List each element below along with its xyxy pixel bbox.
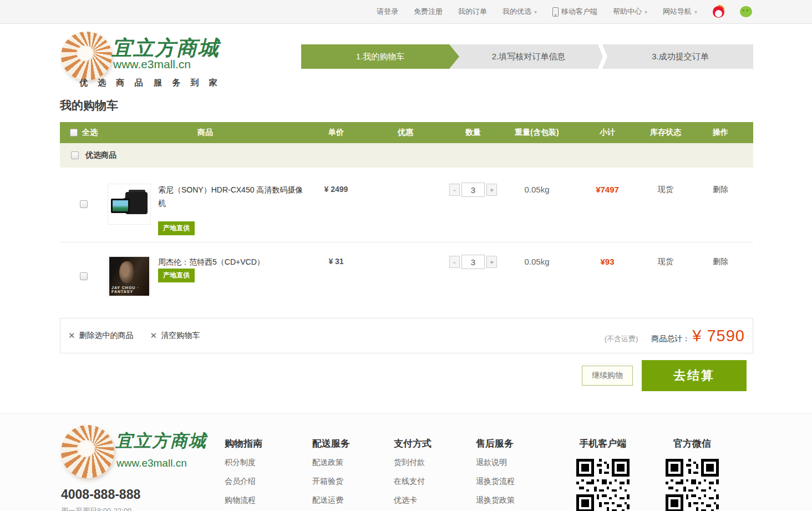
wechat-icon[interactable] — [740, 6, 752, 17]
continue-shopping-button[interactable]: 继续购物 — [582, 366, 633, 386]
top-nav-bar: 请登录 免费注册 我的订单 我的优选 ▾ 移动客户端 帮助中心 ▾ 网站导航 ▾ — [0, 0, 812, 24]
help-center-label: 帮助中心 — [613, 7, 642, 17]
select-all-checkbox[interactable] — [70, 129, 78, 136]
weibo-logo — [713, 6, 724, 18]
qr-code-official-wechat — [666, 459, 719, 511]
footer-column-title: 购物指南 — [225, 437, 262, 450]
origin-badge: 产地直供 — [158, 269, 195, 282]
unit-price: ¥ 31 — [304, 257, 368, 266]
header-weight: 重量(含包装) — [504, 122, 570, 143]
clear-cart-button[interactable]: ✕ 清空购物车 — [150, 331, 200, 341]
footer-link[interactable]: 优选卡 — [394, 495, 432, 505]
cart-item-row: 索尼（SONY）HDR-CX450 高清数码摄像机 产地直供 ¥ 2499 - … — [60, 177, 753, 242]
slogan-left: 优 选 商 品 — [79, 78, 147, 88]
my-picks-menu[interactable]: 我的优选 ▾ — [503, 7, 537, 17]
step-cart-label: 1.我的购物车 — [356, 52, 405, 62]
header-product: 商品 — [168, 122, 242, 143]
help-center-menu[interactable]: 帮助中心 ▾ — [613, 7, 647, 17]
cart-item-row: JAY CHOU · FANTASY 周杰伦：范特西5（CD+VCD） 产地直供… — [60, 249, 753, 315]
mobile-client-label: 移动客户端 — [561, 7, 597, 17]
footer-column-title: 支付方式 — [394, 437, 432, 450]
footer-link[interactable]: 货到付款 — [394, 458, 432, 468]
product-title[interactable]: 索尼（SONY）HDR-CX450 高清数码摄像机 — [158, 183, 303, 210]
x-icon: ✕ — [68, 331, 75, 341]
chevron-down-icon: ▾ — [644, 9, 647, 15]
footer-brand-name: 宜立方商城 — [115, 429, 207, 453]
cart-summary-bar: ✕ 删除选中的商品 ✕ 清空购物车 (不含运费) 商品总计： ¥ 7590 — [60, 318, 753, 353]
header-discount: 优惠 — [368, 122, 443, 143]
header-quantity: 数量 — [443, 122, 504, 143]
my-picks-label: 我的优选 — [503, 7, 531, 17]
login-link[interactable]: 请登录 — [377, 7, 398, 17]
checkout-steps: 1.我的购物车 2.填写核对订单信息 3.成功提交订单 — [301, 44, 753, 69]
footer-column-delivery: 配送服务 配送政策 开箱验货 配送运费 配送范围 — [312, 437, 350, 511]
item-weight: 0.05kg — [504, 257, 570, 266]
qr-code-mobile-app — [576, 459, 630, 511]
qr-title: 官方微信 — [656, 437, 728, 450]
my-orders-link[interactable]: 我的订单 — [458, 7, 487, 17]
step-separator — [598, 44, 607, 69]
qty-increase-button[interactable]: + — [486, 256, 497, 268]
qty-value[interactable]: 3 — [461, 183, 485, 197]
footer-link[interactable]: 配送运费 — [312, 495, 350, 505]
product-title[interactable]: 周杰伦：范特西5（CD+VCD） — [158, 255, 303, 269]
wechat-logo — [740, 6, 752, 17]
register-link[interactable]: 免费注册 — [414, 7, 443, 17]
checkout-button[interactable]: 去结算 — [642, 360, 747, 391]
footer-link[interactable]: 在线支付 — [394, 477, 432, 487]
product-image-camcorder[interactable] — [108, 184, 151, 225]
mobile-client-link[interactable]: 移动客户端 — [552, 7, 597, 17]
qty-decrease-button[interactable]: - — [449, 184, 460, 196]
item-checkbox[interactable] — [80, 200, 88, 208]
footer-link[interactable]: 积分制度 — [225, 458, 262, 468]
footer-link[interactable]: 开箱验货 — [312, 477, 350, 487]
group-label: 优选商品 — [85, 150, 116, 160]
brand-shell-logo[interactable] — [61, 32, 112, 80]
service-phone: 4008-888-888 — [61, 487, 140, 502]
qty-decrease-button[interactable]: - — [449, 256, 460, 268]
select-all-label: 全选 — [82, 128, 98, 138]
footer-link[interactable]: 退换货流程 — [476, 477, 515, 487]
qr-title: 手机客户端 — [567, 437, 639, 450]
site-nav-label: 网站导航 — [663, 7, 692, 17]
footer-column-title: 配送服务 — [312, 437, 350, 450]
quantity-stepper: - 3 + — [443, 255, 504, 269]
delete-selected-button[interactable]: ✕ 删除选中的商品 — [68, 331, 134, 341]
header-select-all: 全选 — [70, 122, 114, 143]
login-label: 请登录 — [377, 7, 398, 17]
group-row-featured: 优选商品 — [60, 143, 753, 168]
footer-link[interactable]: 退款说明 — [476, 458, 515, 468]
delete-item-link[interactable]: 删除 — [688, 257, 753, 267]
qty-value[interactable]: 3 — [461, 255, 485, 269]
footer-brand-url: www.e3mall.cn — [116, 457, 187, 469]
camcorder-illustration — [111, 190, 148, 219]
footer-link[interactable]: 配送政策 — [312, 458, 350, 468]
service-hours: 周一至周日8:00-22:00 — [61, 506, 131, 511]
step-order-info: 2.填写核对订单信息 — [459, 44, 598, 69]
mobile-phone-icon — [552, 7, 559, 17]
weibo-icon[interactable] — [713, 6, 724, 18]
site-nav-menu[interactable]: 网站导航 ▾ — [663, 7, 697, 17]
footer-column-title: 售后服务 — [476, 437, 515, 450]
album-illustration: JAY CHOU · FANTASY — [109, 257, 149, 296]
footer-link[interactable]: 退换货政策 — [476, 495, 515, 505]
item-checkbox[interactable] — [80, 272, 88, 280]
step-cart: 1.我的购物车 — [301, 44, 459, 69]
my-orders-label: 我的订单 — [458, 7, 487, 17]
footer-link[interactable]: 会员介绍 — [225, 477, 262, 487]
footer: 宜立方商城 www.e3mall.cn 4008-888-888 周一至周日8:… — [0, 413, 812, 511]
footer-column-shopping-guide: 购物指南 积分制度 会员介绍 购物流程 常见问题 — [225, 437, 262, 511]
qr-official-wechat: 官方微信 — [656, 437, 728, 511]
group-checkbox[interactable] — [71, 151, 79, 159]
album-cover-text: JAY CHOU · FANTASY — [111, 286, 149, 294]
freight-note: (不含运费) — [605, 334, 638, 344]
product-image-album[interactable]: JAY CHOU · FANTASY — [108, 256, 151, 297]
footer-link[interactable]: 购物流程 — [225, 495, 262, 505]
delete-item-link[interactable]: 删除 — [688, 185, 753, 195]
qty-increase-button[interactable]: + — [486, 184, 497, 196]
cart-table-header: 全选 商品 单价 优惠 数量 重量(含包装) 小计 库存状态 操作 — [60, 122, 753, 143]
unit-price: ¥ 2499 — [304, 185, 368, 194]
footer-column-payment: 支付方式 货到付款 在线支付 优选卡 发票制度 — [394, 437, 432, 511]
register-label: 免费注册 — [414, 7, 443, 17]
header-unit-price: 单价 — [304, 122, 368, 143]
